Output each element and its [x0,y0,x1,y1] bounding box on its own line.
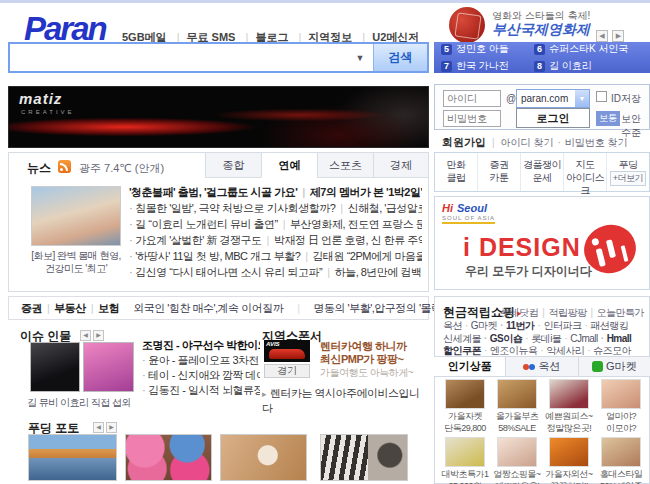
issue-list-item[interactable]: 김동진 - 일시적 뇌혈류장애 판정 [142,383,260,398]
mall-link[interactable]: 인터파크 [535,320,582,331]
search-dropdown-caret-icon[interactable]: ▼ [347,44,373,71]
kids-collage-photo[interactable] [125,434,212,481]
tab-gmarket[interactable]: G마켓 [578,357,650,376]
mall-link[interactable]: CJmall [561,333,597,344]
mail-domain-select[interactable]: paran.com ▼ [516,89,590,108]
headline-row[interactable]: 가요계 '살벌한' 新 경쟁구도박재정 日 언론 호령, 신 한류 주역될까 [129,232,422,248]
shop-link-today[interactable]: 오늘만특가 [586,307,644,318]
issue-list-item[interactable]: 테이 - 신지애와 깜짝 데이트 화제 [142,368,260,383]
rss-icon[interactable] [58,160,71,173]
mall-link[interactable]: 할인쿠폰 [443,345,481,356]
news-photo-caption[interactable]: [화보] 완벽 몸매 현영,건강미도 '최고' [17,249,135,275]
finance-news-item[interactable]: 명동의 '부활',압구정의 '몰락' [297,301,443,316]
quicklink-fortune[interactable]: 경품쟁이운세 [520,153,563,191]
issue-pager: ◀ ▶ [80,330,104,341]
login-button[interactable]: 로그인 [516,108,590,128]
security-level-badge: 보통 [596,111,620,126]
search-box: ▼ 검색 [8,42,429,73]
mall-link[interactable]: 신세계몰 [443,333,481,344]
pudding-prev-icon[interactable]: ◀ [93,422,104,433]
find-id-link[interactable]: 아이디 찾기 [501,137,554,148]
search-input[interactable] [10,44,347,71]
news-tab-entertainment[interactable]: 연예 [261,152,317,178]
headline-row[interactable]: 길 “이효리 노개런티 뮤비 출연”부산영화제, 전도연 프랑스 문화훈장 받아 [129,216,422,232]
finance-link-stock[interactable]: 증권 [21,301,42,316]
headline-row[interactable]: '하땅사' 11일 첫 방, MBC 개그 부활?김태원 “2PM에게 마음을 … [129,248,422,264]
keyword-item[interactable]: 5 정민호 아들 [441,42,534,56]
issue-next-icon[interactable]: ▶ [93,330,104,341]
mall-link[interactable]: 슈즈모아 [584,345,631,356]
keyword-item[interactable]: 6 슈퍼스타K 서인국 [534,42,643,56]
headline-row[interactable]: '청춘불패' 출범, '걸그룹도 시골 가요'제7의 멤버가 본 '1박2일' … [129,184,422,200]
quicklink-stock-cartoon[interactable]: 증권카툰 [477,153,520,191]
issue-list-item[interactable]: 윤아 - 플레이오프 3차전 시구 [142,353,260,368]
headline-row[interactable]: 침몰한 '일밤', 극약 처방으로 기사회생할까?신해철, '급성알코올중독' [129,200,422,216]
autumn-dance-photo[interactable] [220,434,307,481]
product-item[interactable]: 올가을부츠58%SALE [491,379,543,433]
mall-link[interactable]: 패션랭킹 [581,320,628,331]
mall-link[interactable]: 엔조이뉴욕 [481,345,537,356]
matiz-ad-banner[interactable]: matiz CREATIVE [8,86,429,148]
issue-list-item[interactable]: 조명진 - 야구선수 박한이와 결혼 [142,338,260,353]
news-tab-sports[interactable]: 스포츠 [317,152,373,178]
issue-photo-caption[interactable]: 길 뮤비 이효리 직접 섭외 [18,396,140,410]
finance-link-insurance[interactable]: 보험 [86,301,119,316]
avis-ad-thumbnail[interactable]: AVIS [264,340,310,362]
product-item[interactable]: 대박초특가125,000원 [439,437,491,484]
keyword-item[interactable]: 8 길 이효리 [534,59,643,73]
shop-link-point[interactable]: 적립팡팡 [538,307,586,318]
quicklink-pudding-more[interactable]: 푸딩+더보기 [606,153,649,191]
password-field[interactable] [443,110,501,127]
mall-link[interactable]: G마켓 [462,320,497,331]
product-item[interactable]: 가을자외선~꼼꼼차단!! [543,437,595,484]
promo-next-icon[interactable]: ▶ [612,30,624,42]
product-thumbnail [549,437,589,467]
city-reflection-photo[interactable] [28,434,117,481]
product-item[interactable]: 홍대스타일50%세일중 [595,437,647,484]
pudding-next-icon[interactable]: ▶ [106,422,117,433]
product-item[interactable]: 가을자켓단독29,800 [439,379,491,433]
finance-link-realestate[interactable]: 부동산 [42,301,86,316]
promo-title[interactable]: 부산국제영화제 [492,21,590,39]
region-ad-line2[interactable]: 최신PMP가 팡팡~ [320,352,403,367]
idesign-ad[interactable]: Hi Seoul SOUL OF ASIA i DESIGN 우리 모두가 디자… [434,196,650,290]
quicklink-map-idisk[interactable]: 지도아이디스크 [563,153,606,191]
region-ad-link[interactable]: 렌터카는 역시아주에이비스입니다 [262,386,429,416]
mall-link[interactable]: 롯데i몰 [522,333,561,344]
finance-news-item[interactable]: 외국인 '힘찬 매수',계속 이어질까 [133,301,283,316]
region-badge[interactable]: 경기 [264,364,310,378]
id-save-checkbox[interactable] [596,91,607,102]
keyword-item[interactable]: 7 한국 가나전 [441,59,534,73]
quicklink-comics-club[interactable]: 만화클럽 [435,153,477,191]
news-tab-economy[interactable]: 경제 [373,152,429,178]
at-symbol: @ [506,93,516,104]
product-item[interactable]: 예쁜원피스~정말많은곳! [543,379,595,433]
tab-popular-products[interactable]: 인기상품 [434,357,505,376]
mall-link[interactable]: 11번가 [497,320,534,331]
issue-photo-hyori[interactable] [83,342,134,392]
news-tab-general[interactable]: 종합 [205,152,261,178]
id-field[interactable] [443,90,501,107]
mall-link[interactable]: 악세사리 [537,345,584,356]
mall-link[interactable]: 옥션 [443,320,462,331]
signup-link[interactable]: 회원가입 [442,136,486,148]
shop-link-lotte[interactable]: 롯데닷컴 [500,307,538,318]
mall-link[interactable]: GS이숍 [481,333,522,344]
headline-row[interactable]: 김신영 “다시 태어나면 소시 유리 되고파”하늘, 8년만에 컴백 신고식 [129,264,422,280]
tab-auction[interactable]: 옥션 [505,357,577,376]
promo-prev-icon[interactable]: ◀ [596,30,608,42]
news-thumbnail-photo[interactable] [31,186,121,246]
shopping-tabs: 인기상품 옥션 G마켓 [434,356,650,377]
mall-link-list: 옥션G마켓11번가인터파크패션랭킹 신세계몰GS이숍롯데i몰CJmallHmal… [443,320,645,358]
product-item[interactable]: 얼마야?이모야? [595,379,647,433]
issue-photo-gil[interactable] [30,342,80,392]
shopping-box: 현금적립쇼핑 롯데닷컴적립팡팡오늘만특가 옥션G마켓11번가인터파크패션랭킹 신… [434,296,650,484]
product-item[interactable]: 얼짱쇼핑몰~예쁜가을옷! [491,437,543,484]
news-section-title[interactable]: 뉴스 [27,160,51,177]
zebra-photo[interactable] [320,434,408,481]
more-button[interactable]: +더보기 [610,171,646,186]
find-password-link[interactable]: 비밀번호 찾기 [565,137,628,148]
issue-prev-icon[interactable]: ◀ [80,330,91,341]
search-button[interactable]: 검색 [373,44,427,71]
mall-link[interactable]: Hmall [598,333,632,344]
